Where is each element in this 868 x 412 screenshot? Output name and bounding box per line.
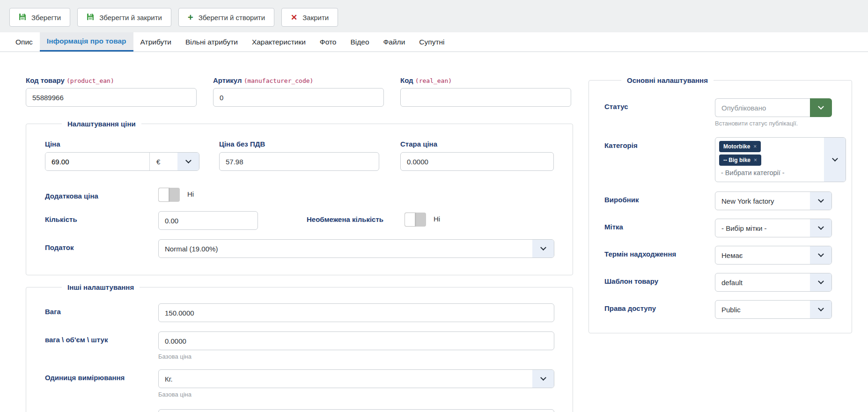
weight-volume-pcs-label: вага \ об'єм \ штук <box>45 331 158 344</box>
unit-select-value: Кг. <box>159 370 532 388</box>
extra-price-row: Додаткова ціна Ні <box>45 188 573 202</box>
remove-tag-icon[interactable]: × <box>753 143 757 150</box>
save-button[interactable]: Зберегти <box>9 8 70 27</box>
chevron-down-icon <box>818 305 824 311</box>
tab-description[interactable]: Опис <box>8 32 40 52</box>
category-label: Категорія <box>604 137 715 149</box>
status-select[interactable]: Опубліковано <box>715 98 832 117</box>
page-content: Код товару (product_ean) Артикул (manufa… <box>0 52 868 412</box>
template-select[interactable]: default <box>715 273 832 292</box>
category-multiselect[interactable]: Motorbike× -- Big bike× - Вибрати катего… <box>715 137 846 182</box>
chevron-down-icon <box>540 375 546 381</box>
tab-video[interactable]: Відео <box>343 32 376 52</box>
extra-price-label: Додаткова ціна <box>45 188 158 200</box>
chevron-down-icon <box>540 244 546 250</box>
manufacturer-select-arrow <box>810 192 831 210</box>
mark-row: Мітка - Вибір мітки - <box>604 219 846 237</box>
manufacturer-code-label-text: Артикул <box>213 76 242 84</box>
unlimited-quantity-toggle[interactable] <box>405 213 426 227</box>
toggle-knob <box>158 188 169 202</box>
save-and-create-button[interactable]: + Зберегти й створити <box>178 8 274 27</box>
real-ean-field: Код (real_ean) <box>400 76 571 107</box>
tab-related[interactable]: Супутні <box>412 32 451 52</box>
category-tag-label: -- Big bike <box>723 157 750 163</box>
price-label: Ціна <box>45 140 199 148</box>
old-price-label: Стара ціна <box>400 140 554 148</box>
tab-free-attributes[interactable]: Вільні атрибути <box>178 32 245 52</box>
category-select-arrow <box>824 138 846 182</box>
tab-attributes[interactable]: Атрибути <box>133 32 178 52</box>
manufacturer-code-label: Артикул (manufacturer_code) <box>213 76 384 84</box>
old-price-input[interactable] <box>400 152 554 171</box>
product-ean-code: (product_ean) <box>66 77 114 84</box>
category-tags: Motorbike× -- Big bike× - Вибрати катего… <box>715 138 824 182</box>
real-ean-label: Код (real_ean) <box>400 76 571 84</box>
template-select-value: default <box>715 273 810 291</box>
tab-photo[interactable]: Фото <box>313 32 344 52</box>
status-select-arrow-button[interactable] <box>810 98 832 117</box>
unlimited-quantity-label: Необмежена кількість <box>307 211 383 223</box>
price-field: Ціна € <box>45 140 199 171</box>
tab-characteristics[interactable]: Характеристики <box>245 32 313 52</box>
quantity-input[interactable] <box>158 211 258 230</box>
other-settings-fieldset: Інші налаштування Вага вага \ об'єм \ шт… <box>26 283 573 412</box>
plus-icon: + <box>188 13 193 22</box>
url-input[interactable] <box>158 409 554 412</box>
unit-select-arrow <box>532 370 554 388</box>
unit-select[interactable]: Кг. <box>158 369 554 388</box>
real-ean-input[interactable] <box>400 88 571 107</box>
template-control: default <box>715 273 846 292</box>
arrival-select-value: Немає <box>715 246 810 264</box>
tab-files[interactable]: Файли <box>376 32 412 52</box>
weight-row: Вага <box>45 303 573 322</box>
save-icon <box>87 13 94 22</box>
save-and-close-button-label: Зберегти й закрити <box>99 14 162 22</box>
chevron-down-icon <box>185 157 191 163</box>
mark-control: - Вибір мітки - <box>715 219 846 237</box>
category-row: Категорія Motorbike× -- Big bike× - Вибр… <box>604 137 846 182</box>
currency-select-arrow[interactable] <box>177 153 199 170</box>
unlimited-quantity-state: Ні <box>434 211 440 223</box>
category-control: Motorbike× -- Big bike× - Вибрати катего… <box>715 137 846 182</box>
weight-volume-pcs-input[interactable] <box>158 331 554 350</box>
price-no-vat-input[interactable] <box>219 152 379 171</box>
template-row: Шаблон товару default <box>604 273 846 292</box>
arrival-select[interactable]: Немає <box>715 246 832 265</box>
price-input[interactable] <box>45 153 149 170</box>
close-button[interactable]: ✕ Закрити <box>281 8 338 27</box>
product-ean-input[interactable] <box>26 88 197 107</box>
tab-product-info[interactable]: Інформація про товар <box>40 32 133 52</box>
status-select-value: Опубліковано <box>715 98 810 117</box>
chevron-down-icon <box>818 224 824 230</box>
remove-tag-icon[interactable]: × <box>754 157 757 163</box>
weight-volume-pcs-control: Базова ціна <box>158 331 554 360</box>
url-row: URL <box>45 409 573 412</box>
manufacturer-code-input[interactable] <box>213 88 384 107</box>
currency-select[interactable]: € <box>149 153 177 170</box>
tax-select-arrow <box>532 240 554 258</box>
extra-price-toggle[interactable] <box>158 188 180 202</box>
tax-select[interactable]: Normal (19.00%) <box>158 239 554 258</box>
chevron-down-icon <box>818 251 824 257</box>
arrival-label: Термін надходження <box>604 246 715 258</box>
real-ean-code: (real_ean) <box>415 77 452 84</box>
access-select[interactable]: Public <box>715 300 832 319</box>
save-and-close-button[interactable]: Зберегти й закрити <box>77 8 171 27</box>
weight-input[interactable] <box>158 303 554 322</box>
real-ean-label-text: Код <box>400 76 413 84</box>
template-select-arrow <box>810 273 831 291</box>
product-ean-label-text: Код товару <box>26 76 65 84</box>
codes-row: Код товару (product_ean) Артикул (manufa… <box>26 76 573 107</box>
price-row: Ціна € Ціна без ПДВ Стара ціна <box>45 140 573 171</box>
access-select-arrow <box>810 301 831 318</box>
mark-select-value: - Вибір мітки - <box>715 219 810 237</box>
url-control <box>158 409 554 412</box>
manufacturer-select[interactable]: New York factory <box>715 191 832 210</box>
price-no-vat-field: Ціна без ПДВ <box>219 140 379 171</box>
template-label: Шаблон товару <box>604 273 715 285</box>
unit-label: Одиниця вимірювання <box>45 369 158 382</box>
weight-volume-pcs-row: вага \ об'єм \ штук Базова ціна <box>45 331 573 360</box>
mark-select[interactable]: - Вибір мітки - <box>715 219 832 237</box>
quantity-row: Кількість Необмежена кількість Ні <box>45 211 573 230</box>
access-select-value: Public <box>715 301 810 318</box>
